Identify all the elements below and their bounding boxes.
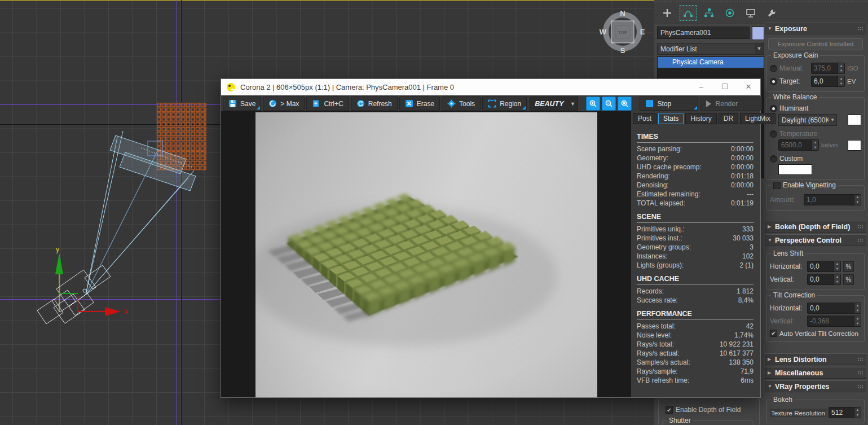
stat-row: Primitives uniq.:333 — [637, 225, 754, 234]
stat-row: Scene parsing:0:00:00 — [637, 144, 754, 154]
rollout-vray-header[interactable]: ▼ VRay Properties — [765, 380, 866, 392]
manual-iso-field[interactable]: 375,0 ▲▼ — [811, 63, 845, 74]
h-shift-field[interactable]: 0,0 ▲▼ — [807, 261, 841, 272]
spinner-arrows-icon[interactable]: ▲▼ — [854, 303, 861, 313]
spinner-arrows-icon[interactable]: ▲▼ — [812, 140, 818, 150]
stat-value: 8,4% — [738, 296, 754, 305]
spinner-arrows-icon[interactable]: ▲▼ — [854, 316, 861, 326]
illuminant-color-swatch[interactable] — [848, 115, 861, 125]
stat-row: UHD cache precomp:0:00:00 — [637, 163, 754, 172]
custom-radio[interactable] — [770, 155, 777, 163]
v-shift-field[interactable]: 0,0 ▲▼ — [807, 274, 841, 285]
spinner-arrows-icon[interactable]: ▲▼ — [838, 63, 844, 73]
vignetting-amount-field[interactable]: 1,0 ▲▼ — [804, 194, 861, 205]
refresh-button[interactable]: Refresh — [351, 97, 398, 111]
auto-tilt-checkbox[interactable] — [770, 330, 777, 337]
manual-radio[interactable] — [770, 65, 777, 72]
window-title-bar[interactable]: Corona 2 | 606×505px (1:1) | Camera: Phy… — [221, 79, 760, 95]
group-label: Exposure Gain — [771, 51, 820, 59]
tools-button[interactable]: Tools — [442, 97, 481, 111]
enable-vignetting-checkbox[interactable] — [773, 182, 781, 189]
copy-button[interactable]: Ctrl+C — [306, 97, 349, 111]
stat-value: 1,74% — [734, 331, 754, 340]
temperature-color-swatch[interactable] — [848, 140, 861, 151]
tab-history[interactable]: History — [685, 113, 716, 124]
vfb-toolbar: Save > Max Ctrl+C Refresh — [221, 95, 760, 112]
object-name-field[interactable]: PhysCamera001 — [657, 27, 750, 39]
stat-row: Rendering:0:01:18 — [637, 172, 754, 181]
tab-motion[interactable] — [721, 5, 738, 21]
rollout-expanded-icon: ▼ — [768, 238, 775, 243]
close-button[interactable]: ✕ — [737, 79, 760, 95]
dropdown-corner-icon — [257, 106, 260, 109]
target-radio[interactable] — [770, 78, 777, 85]
svg-text:E: E — [640, 28, 645, 36]
stat-row: Instances:102 — [637, 252, 754, 261]
stop-button[interactable]: Stop — [640, 97, 698, 111]
region-button[interactable]: Region — [482, 97, 527, 111]
illuminant-dropdown[interactable]: Daylight (6500K) ▼ — [778, 114, 837, 126]
illuminant-radio[interactable] — [770, 105, 777, 112]
minimize-button[interactable]: – — [689, 79, 713, 95]
rollout-title: VRay Properties — [775, 383, 830, 391]
zoom-in-button[interactable] — [586, 97, 600, 111]
modifier-stack-item-selected[interactable]: Physical Camera — [658, 57, 764, 68]
maximize-button[interactable]: ☐ — [713, 79, 737, 95]
render-pass-dropdown[interactable]: BEAUTY ▼ — [530, 97, 578, 111]
render-button-disabled[interactable]: Render — [700, 97, 762, 111]
tilt-h-label: Horizontal: — [770, 304, 805, 312]
stats-section-title: SCENE — [637, 212, 754, 223]
rollout-title: Miscellaneous — [775, 369, 823, 377]
stat-row: Noise level:1,74% — [637, 331, 754, 340]
spinner-arrows-icon[interactable]: ▲▼ — [834, 261, 840, 271]
stat-row: Estimated remaining:--- — [637, 190, 754, 199]
tilt-h-field[interactable]: 0,0 ▲▼ — [807, 303, 861, 314]
stat-label: Primitives inst.: — [637, 234, 682, 243]
spinner-arrows-icon[interactable]: ▲▼ — [854, 408, 861, 418]
stat-label: Rays/s total: — [637, 340, 674, 349]
tab-create[interactable] — [659, 5, 676, 21]
rollout-lens-distortion-header[interactable]: ▶ Lens Distortion — [765, 353, 866, 365]
tab-post[interactable]: Post — [633, 113, 656, 124]
erase-button[interactable]: Erase — [399, 97, 440, 111]
tab-modify[interactable] — [680, 5, 697, 21]
modifier-list-dropdown[interactable]: Modifier List ▼ — [657, 43, 764, 55]
tab-utilities[interactable] — [763, 5, 780, 21]
rollout-grip-icon — [857, 357, 863, 361]
exposure-control-installed-button[interactable]: Exposure Control Installed — [768, 38, 863, 50]
stat-label: TOTAL elapsed: — [637, 199, 685, 208]
stat-label: Estimated remaining: — [637, 190, 700, 199]
texture-res-field[interactable]: 512 ▲▼ — [829, 407, 861, 418]
zoom-out-button[interactable] — [602, 97, 616, 111]
spinner-arrows-icon[interactable]: ▲▼ — [834, 274, 840, 284]
rollout-perspective-header[interactable]: ▼ Perspective Control — [765, 234, 866, 246]
tab-stats[interactable]: Stats — [658, 113, 684, 124]
tilt-v-field[interactable]: -0,368 ▲▼ — [807, 316, 861, 327]
tab-dr[interactable]: DR — [719, 113, 738, 124]
viewcube-compass[interactable]: TOP N S W E — [599, 8, 646, 55]
rollout-bokeh-header[interactable]: ▶ Bokeh (Depth of Field) — [765, 221, 866, 233]
group-label: Tilt Correction — [771, 291, 817, 299]
stats-panel: Post Stats History DR LightMix TIMESScen… — [631, 111, 760, 397]
spinner-arrows-icon[interactable]: ▲▼ — [838, 76, 844, 86]
custom-color-swatch[interactable] — [778, 164, 812, 175]
temperature-radio[interactable] — [770, 130, 777, 138]
stop-icon — [646, 100, 653, 107]
stat-value: 0:00:00 — [731, 154, 754, 163]
enable-dof-checkbox[interactable] — [666, 406, 673, 414]
region-icon — [488, 99, 496, 108]
tab-display[interactable] — [742, 5, 759, 21]
save-button[interactable]: Save — [223, 97, 261, 111]
target-ev-field[interactable]: 6,0 ▲▼ — [811, 76, 845, 87]
tab-hierarchy[interactable] — [700, 5, 717, 21]
tab-lightmix[interactable]: LightMix — [740, 113, 776, 124]
zoom-reset-button[interactable] — [618, 97, 632, 111]
object-color-swatch[interactable] — [752, 27, 764, 40]
temperature-field[interactable]: 6500,0 ▲▼ — [778, 139, 819, 151]
stat-label: Samples/s actual: — [637, 358, 690, 367]
vfb-client-area: Post Stats History DR LightMix TIMESScen… — [221, 111, 760, 397]
spinner-arrows-icon[interactable]: ▲▼ — [854, 195, 861, 205]
rollout-miscellaneous-header[interactable]: ▶ Miscellaneous — [765, 367, 866, 379]
send-to-max-button[interactable]: > Max — [263, 97, 305, 111]
rollout-exposure-header[interactable]: ▼ Exposure — [765, 23, 866, 34]
